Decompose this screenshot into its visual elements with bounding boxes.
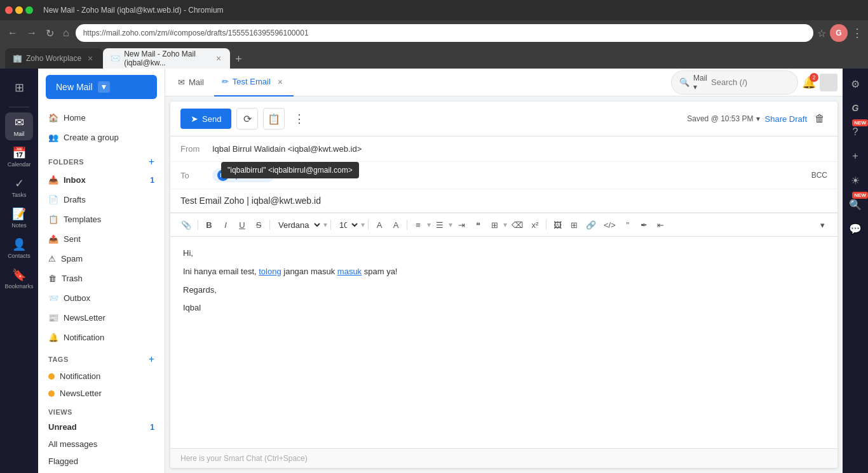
window-close-button[interactable]: [5, 6, 13, 14]
align-button[interactable]: ≡: [410, 217, 426, 232]
add-folder-button[interactable]: +: [149, 156, 154, 168]
views-all-messages-item[interactable]: All messages: [38, 436, 165, 453]
tab-zoho-workplace[interactable]: 🏢 Zoho Workplace ×: [5, 48, 103, 69]
sidebar-apps-button[interactable]: ⊞: [5, 74, 33, 102]
more-options-button[interactable]: ⋮: [290, 108, 309, 130]
square-panel-button[interactable]: [820, 74, 837, 91]
back-button[interactable]: ←: [5, 25, 20, 41]
attach-file-button[interactable]: 📎: [178, 217, 194, 232]
blockquote-button[interactable]: ❝: [470, 217, 485, 232]
list-button[interactable]: ☰: [432, 217, 447, 232]
compose-body[interactable]: Hi, Ini hanya email test, tolong jangan …: [170, 237, 837, 448]
right-settings-button[interactable]: ⚙: [845, 74, 865, 94]
home-button[interactable]: ⌂: [60, 25, 72, 41]
indent-button[interactable]: ⇥: [454, 217, 469, 232]
font-highlight-button[interactable]: A: [388, 217, 403, 232]
window-minimize-button[interactable]: [15, 6, 23, 14]
underline-button[interactable]: U: [234, 217, 250, 232]
tag-notification-item[interactable]: Notification: [38, 368, 165, 385]
sidebar-templates-link[interactable]: 📋 Templates: [38, 210, 165, 229]
sidebar-notes-button[interactable]: 📝 Notes: [5, 204, 33, 232]
tag-newsletter-item[interactable]: NewsLetter: [38, 385, 165, 402]
sidebar-inbox-link[interactable]: 📥 Inbox 1: [38, 170, 165, 190]
insert-image-button[interactable]: 🖼: [550, 217, 565, 232]
subject-value[interactable]: Test Email Zoho | iqbal@kwt.web.id: [180, 196, 321, 206]
tab-zoho-close[interactable]: ×: [85, 53, 95, 63]
send-button[interactable]: ➤ Send: [180, 109, 231, 129]
tab-new-mail[interactable]: ✉️ New Mail - Zoho Mail (iqbal@kw... ×: [103, 48, 230, 69]
browser-menu-button[interactable]: ⋮: [851, 26, 863, 40]
bold-button[interactable]: B: [201, 217, 217, 232]
drafts-label: Drafts: [64, 195, 86, 204]
google-profile-avatar[interactable]: G: [830, 24, 848, 42]
tab-mail-close[interactable]: ×: [215, 53, 222, 63]
sidebar-create-group-link[interactable]: 👥 Create a group: [38, 128, 165, 147]
sidebar-mail-button[interactable]: ✉ Mail: [5, 112, 33, 140]
sidebar-home-link[interactable]: 🏠 Home: [38, 108, 165, 128]
new-tab-button[interactable]: +: [230, 50, 247, 69]
sidebar-tasks-button[interactable]: ✓ Tasks: [5, 173, 33, 201]
sidebar-sent-link[interactable]: 📤 Sent: [38, 229, 165, 249]
refresh-button[interactable]: ↻: [43, 25, 57, 42]
signature-button[interactable]: ✒: [637, 217, 652, 232]
to-label: To: [180, 171, 212, 180]
sidebar-calendar-button[interactable]: 📅 Calendar: [5, 143, 33, 171]
template-button[interactable]: 📋: [263, 108, 285, 130]
clear-format-button[interactable]: ⌫: [508, 217, 526, 232]
views-unread-item[interactable]: Unread 1: [38, 418, 165, 436]
bcc-button[interactable]: BCC: [811, 171, 827, 180]
italic-button[interactable]: I: [218, 217, 233, 232]
ordered-list-button[interactable]: ⊞: [487, 217, 502, 232]
insert-link-button[interactable]: 🔗: [583, 217, 599, 232]
sidebar-drafts-link[interactable]: 📄 Drafts: [38, 190, 165, 210]
search-input-wrapper[interactable]: 🔍 Mail ▾: [671, 70, 798, 95]
superscript-button[interactable]: x²: [527, 217, 543, 232]
font-color-button[interactable]: A: [372, 217, 387, 232]
discard-button[interactable]: ⟳: [236, 108, 258, 130]
smart-chat-bar[interactable]: Here is your Smart Chat (Ctrl+Space): [170, 448, 837, 468]
bookmark-button[interactable]: ☆: [817, 27, 826, 39]
unread-label: Unread: [48, 422, 77, 432]
compose-tab-close[interactable]: ×: [275, 76, 286, 88]
sidebar-contacts-button[interactable]: 👤 Contacts: [5, 234, 33, 262]
sidebar-trash-link[interactable]: 🗑 Trash: [38, 269, 165, 288]
code-button[interactable]: </>: [600, 217, 619, 232]
sidebar-outbox-link[interactable]: 📨 Outbox: [38, 288, 165, 308]
right-grammar-button[interactable]: G: [845, 98, 865, 118]
window-maximize-button[interactable]: [25, 6, 33, 14]
sidebar-newsletter-link[interactable]: 📰 NewsLetter: [38, 308, 165, 328]
theme-icon: ☀: [851, 175, 860, 187]
font-family-select[interactable]: Verdana: [273, 218, 322, 232]
strikethrough-button[interactable]: S: [251, 217, 266, 232]
indent-more-button[interactable]: ⇤: [653, 217, 668, 232]
insert-table-button[interactable]: ⊞: [566, 217, 581, 232]
spam-label: Spam: [61, 254, 83, 263]
address-bar[interactable]: https://mail.zoho.com/zm/#compose/drafts…: [76, 24, 813, 42]
window-controls[interactable]: [5, 6, 33, 14]
share-draft-button[interactable]: Share Draft: [765, 114, 807, 124]
body-link-tolong[interactable]: tolong: [259, 267, 281, 276]
new-mail-button[interactable]: New Mail ▼: [46, 75, 157, 99]
search-input[interactable]: [711, 77, 800, 87]
unread-count: 1: [150, 423, 154, 432]
right-chat-button[interactable]: 💬: [845, 218, 865, 239]
save-dropdown-button[interactable]: ▾: [756, 114, 760, 123]
sidebar-bookmarks-button[interactable]: 🔖 Bookmarks: [5, 265, 33, 293]
autocomplete-dropdown[interactable]: "iqbalbirrul" <iqbalbirrul@gmail.com>: [221, 162, 359, 178]
font-size-select[interactable]: 10: [334, 218, 360, 232]
right-add-panel-button[interactable]: +: [845, 146, 865, 166]
forward-button[interactable]: →: [24, 25, 39, 41]
right-theme-button[interactable]: ☀: [845, 170, 865, 190]
sidebar-notification-link[interactable]: 🔔 Notification: [38, 328, 165, 347]
body-paragraph: Ini hanya email test, tolong jangan masu…: [183, 265, 825, 279]
mail-tab-inbox[interactable]: ✉ Mail: [170, 69, 212, 97]
body-link-masuk[interactable]: masuk: [337, 267, 362, 276]
views-flagged-item[interactable]: Flagged: [38, 453, 165, 470]
quote-button[interactable]: ": [620, 217, 635, 232]
sidebar-spam-link[interactable]: ⚠ Spam: [38, 249, 165, 269]
body-name: Iqbal: [183, 302, 825, 315]
delete-draft-button[interactable]: 🗑: [812, 110, 827, 127]
expand-toolbar-button[interactable]: ▾: [815, 217, 830, 232]
add-tag-button[interactable]: +: [149, 354, 154, 365]
mail-tab-compose[interactable]: ✏ Test Email ×: [214, 69, 294, 97]
